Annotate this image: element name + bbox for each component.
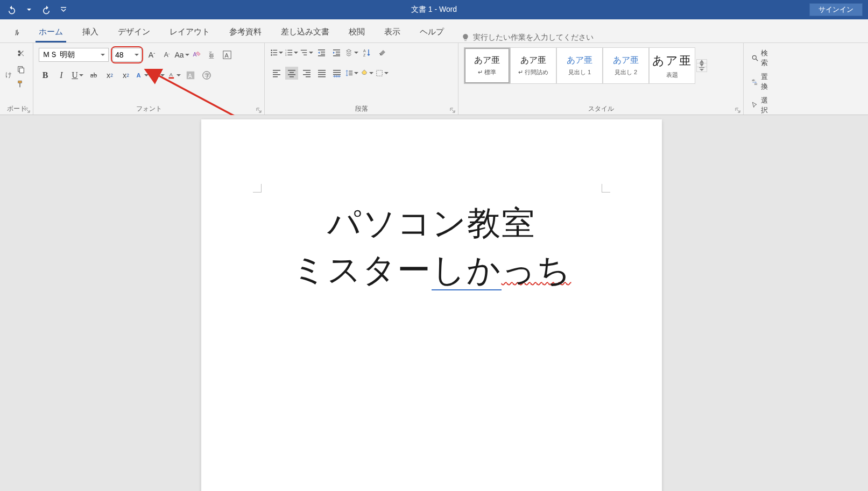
text-effects-button[interactable]: A: [136, 69, 149, 82]
group-label-styles: スタイル: [464, 102, 738, 115]
character-border-button[interactable]: A: [221, 48, 234, 61]
tab-references[interactable]: 参考資料: [220, 23, 271, 42]
svg-text:ac: ac: [754, 82, 758, 86]
style-item[interactable]: あア亜↵ 標準: [464, 47, 510, 84]
svg-rect-51: [303, 74, 310, 75]
paste-label-suffix: け: [5, 70, 12, 80]
shrink-font-button[interactable]: Aˇ: [160, 48, 173, 61]
annotation-highlight: 48: [111, 46, 143, 63]
show-marks-button[interactable]: [376, 46, 389, 59]
subscript-button[interactable]: x2: [103, 69, 116, 82]
select-button[interactable]: 選択: [749, 95, 776, 116]
cut-button[interactable]: [15, 48, 27, 60]
enclose-characters-button[interactable]: 字: [200, 69, 213, 82]
tab-view[interactable]: 表示: [375, 23, 410, 42]
tab-help[interactable]: ヘルプ: [410, 23, 454, 42]
style-preview: あア亜: [520, 55, 546, 66]
change-case-button[interactable]: Aa: [175, 48, 188, 61]
styles-scroll-up[interactable]: [697, 60, 707, 63]
page[interactable]: パソコン教室 ミスターしかっち: [201, 119, 662, 491]
group-label-paragraph: 段落: [270, 102, 453, 115]
qat-customize[interactable]: [56, 2, 71, 17]
decrease-indent-button[interactable]: [315, 46, 328, 59]
svg-point-20: [271, 54, 272, 56]
tab-home[interactable]: ホーム: [29, 23, 73, 42]
numbering-button[interactable]: 123: [285, 46, 298, 59]
bullets-button[interactable]: [270, 46, 283, 59]
svg-rect-60: [349, 71, 352, 72]
borders-button[interactable]: [376, 67, 389, 80]
svg-rect-29: [302, 52, 307, 53]
svg-text:3: 3: [285, 54, 287, 56]
redo-button[interactable]: [39, 2, 54, 17]
tell-me-placeholder: 実行したい作業を入力してください: [473, 33, 594, 42]
multilevel-list-button[interactable]: [300, 46, 313, 59]
tab-mailings[interactable]: 差し込み文書: [271, 23, 339, 42]
font-color-button[interactable]: A: [168, 69, 181, 82]
character-shading-button[interactable]: A: [184, 69, 197, 82]
styles-expand[interactable]: [697, 67, 707, 72]
tab-insert[interactable]: 挿入: [73, 23, 108, 42]
tab-layout[interactable]: レイアウト: [160, 23, 220, 42]
group-paragraph: 123 AZ 段落: [265, 43, 458, 115]
svg-point-16: [271, 49, 272, 51]
underline-button[interactable]: U: [71, 69, 84, 82]
shading-button[interactable]: [361, 67, 373, 80]
find-button[interactable]: 検索: [749, 47, 776, 69]
group-clipboard: け ボード: [0, 43, 33, 115]
ribbon-tabs: ﾙ ホーム 挿入 デザイン レイアウト 参考資料 差し込み文書 校閲 表示 ヘル…: [0, 19, 868, 43]
style-item[interactable]: あア亜↵ 行間詰め: [510, 47, 556, 84]
font-name-combo[interactable]: ＭＳ 明朝: [39, 48, 109, 62]
align-center-button[interactable]: [285, 67, 298, 80]
tell-me-search[interactable]: 実行したい作業を入力してください: [454, 33, 601, 42]
align-right-button[interactable]: [300, 67, 313, 80]
undo-dropdown[interactable]: [22, 2, 37, 17]
tab-file-partial[interactable]: ﾙ: [5, 24, 29, 42]
bold-button[interactable]: B: [39, 69, 52, 82]
svg-rect-50: [306, 72, 310, 73]
strikethrough-button[interactable]: ab: [87, 69, 100, 82]
style-item[interactable]: あア亜表題: [649, 47, 695, 84]
svg-rect-34: [318, 55, 325, 56]
increase-indent-button[interactable]: [330, 46, 343, 59]
justify-button[interactable]: [315, 67, 328, 80]
font-dialog-launcher[interactable]: [256, 105, 263, 112]
asian-layout-button[interactable]: [345, 46, 358, 59]
svg-rect-37: [336, 54, 340, 55]
svg-rect-64: [699, 67, 704, 68]
line-spacing-button[interactable]: [345, 67, 358, 80]
font-size-combo[interactable]: 48: [112, 48, 142, 62]
clipboard-dialog-launcher[interactable]: [25, 105, 31, 112]
svg-rect-28: [301, 50, 307, 51]
align-left-button[interactable]: [270, 67, 283, 80]
document-area: パソコン教室 ミスターしかっち: [0, 115, 868, 491]
svg-rect-58: [333, 72, 341, 73]
style-preview: あア亜: [474, 55, 500, 66]
styles-dialog-launcher[interactable]: [735, 105, 742, 112]
style-item[interactable]: あア亜見出し 2: [603, 47, 649, 84]
search-icon: [751, 54, 759, 62]
signin-button[interactable]: サインイン: [809, 3, 863, 16]
style-item[interactable]: あア亜見出し 1: [556, 47, 603, 84]
styles-scroll-down[interactable]: [697, 63, 707, 67]
italic-button[interactable]: I: [55, 69, 68, 82]
highlight-color-button[interactable]: [152, 69, 165, 82]
document-body[interactable]: パソコン教室 ミスターしかっち: [201, 200, 662, 294]
tab-design[interactable]: デザイン: [108, 23, 160, 42]
tab-review[interactable]: 校閲: [339, 23, 375, 42]
format-painter-button[interactable]: [15, 79, 27, 90]
phonetic-guide-button[interactable]: ア亜: [206, 48, 218, 61]
font-size-value: 48: [115, 51, 124, 59]
copy-button[interactable]: [15, 63, 27, 75]
svg-point-18: [271, 52, 272, 54]
style-preview: あア亜: [567, 55, 592, 66]
sort-button[interactable]: AZ: [361, 46, 373, 59]
replace-button[interactable]: abac 置換: [749, 71, 776, 92]
style-name: 見出し 2: [615, 68, 637, 76]
superscript-button[interactable]: x2: [119, 69, 132, 82]
grow-font-button[interactable]: Aˆ: [145, 48, 158, 61]
distribute-button[interactable]: [330, 67, 343, 80]
undo-button[interactable]: [4, 2, 19, 17]
paragraph-dialog-launcher[interactable]: [450, 105, 456, 112]
clear-formatting-button[interactable]: A: [190, 48, 203, 61]
